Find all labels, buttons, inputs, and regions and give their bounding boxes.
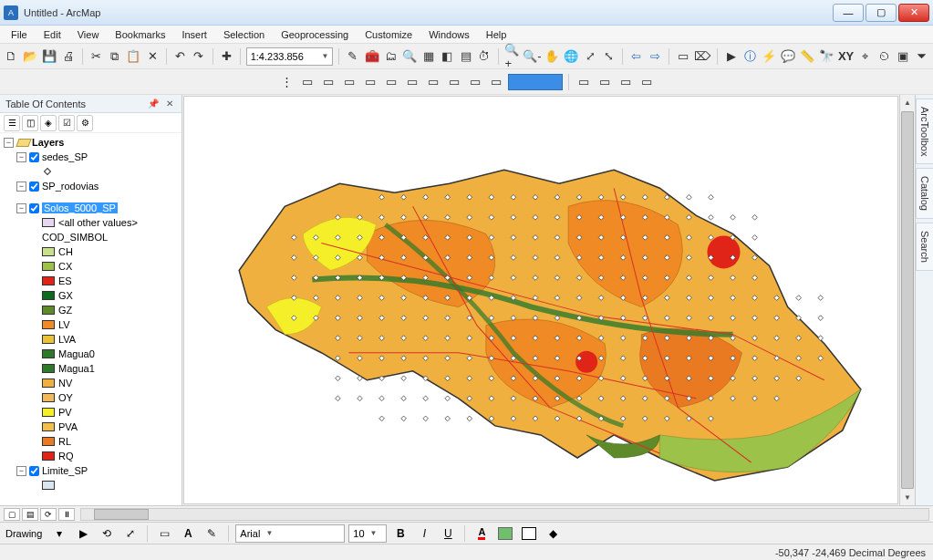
drawing-menu-icon[interactable]: ▾: [49, 524, 69, 543]
search-icon[interactable]: 🔍: [401, 47, 418, 66]
legend-class-row[interactable]: NV: [0, 376, 181, 390]
editor-btn-11-icon[interactable]: ▭: [575, 73, 593, 91]
options-icon[interactable]: ⚙: [77, 115, 93, 131]
menu-file[interactable]: File: [4, 27, 35, 42]
zoom-out-icon[interactable]: 🔍-: [523, 47, 541, 66]
menu-customize[interactable]: Customize: [358, 27, 420, 42]
legend-class-row[interactable]: PV: [0, 405, 181, 420]
editor-btn-10-icon[interactable]: ▭: [487, 73, 505, 91]
legend-class-row[interactable]: LV: [0, 317, 181, 332]
zoom-to-selected-icon[interactable]: ⤢: [120, 524, 140, 543]
marker-color-icon[interactable]: ◆: [543, 524, 563, 543]
editor-target-combo[interactable]: [508, 74, 563, 90]
fixed-zoom-in-icon[interactable]: ⤢: [582, 47, 597, 66]
menu-insert[interactable]: Insert: [174, 27, 214, 42]
editor-grip-icon[interactable]: ⋮: [277, 73, 295, 91]
menu-view[interactable]: View: [70, 27, 107, 42]
layout-view-tab[interactable]: ▤: [22, 508, 38, 521]
scroll-up-icon[interactable]: ▲: [900, 95, 915, 110]
time-slider-icon[interactable]: ⏱: [476, 47, 492, 66]
legend-class-row[interactable]: PVA: [0, 420, 181, 434]
font-combo[interactable]: Arial ▼: [235, 524, 345, 543]
vertical-scrollbar[interactable]: ▲ ▼: [899, 95, 915, 505]
open-icon[interactable]: 📂: [22, 47, 38, 66]
chevron-down-icon[interactable]: ⏷: [913, 47, 928, 66]
text-tool-icon[interactable]: A: [178, 524, 198, 543]
next-extent-icon[interactable]: ⇨: [648, 47, 663, 66]
clear-selection-icon[interactable]: ⌦: [693, 47, 711, 66]
menu-edit[interactable]: Edit: [36, 27, 68, 42]
toc-tree[interactable]: − Layers − sedes_SP − SP_rodovias: [0, 133, 181, 505]
tab-search[interactable]: Search: [916, 223, 933, 271]
edit-vertices-icon[interactable]: ✎: [202, 524, 222, 543]
cut-icon[interactable]: ✂: [88, 47, 104, 66]
all-other-values-row[interactable]: <all other values>: [0, 215, 181, 230]
font-color-icon[interactable]: A: [472, 524, 492, 543]
legend-class-row[interactable]: CH: [0, 244, 181, 259]
undo-icon[interactable]: ↶: [172, 47, 188, 66]
identify-icon[interactable]: ⓘ: [741, 47, 757, 66]
menu-help[interactable]: Help: [479, 27, 514, 42]
layer-limite-sp[interactable]: − Limite_SP: [0, 463, 181, 478]
legend-class-row[interactable]: CX: [0, 259, 181, 274]
select-elements-icon[interactable]: ▶: [723, 47, 739, 66]
layer-symbol-box[interactable]: [0, 478, 181, 493]
legend-class-row[interactable]: LVA: [0, 332, 181, 347]
full-extent-icon[interactable]: 🌐: [563, 47, 579, 66]
html-popup-icon[interactable]: 💬: [780, 47, 796, 66]
viewer-icon[interactable]: ▣: [895, 47, 910, 66]
legend-class-row[interactable]: Magua1: [0, 361, 181, 376]
maximize-button[interactable]: ▢: [866, 4, 897, 22]
italic-icon[interactable]: I: [414, 524, 434, 543]
font-size-combo[interactable]: 10 ▼: [348, 524, 387, 543]
copy-icon[interactable]: ⧉: [107, 47, 122, 66]
collapse-icon[interactable]: −: [16, 181, 26, 192]
legend-class-row[interactable]: OY: [0, 390, 181, 405]
layer-sp-rodovias[interactable]: − SP_rodovias: [0, 179, 181, 193]
refresh-icon[interactable]: ⟳: [40, 508, 57, 521]
close-button[interactable]: ✕: [898, 4, 929, 22]
pause-drawing-icon[interactable]: ⏸: [58, 508, 75, 521]
measure-icon[interactable]: 📏: [799, 47, 815, 66]
list-by-selection-icon[interactable]: ☑: [58, 115, 75, 131]
hscroll-thumb[interactable]: [94, 509, 149, 520]
new-doc-icon[interactable]: 🗋: [4, 47, 19, 66]
time-icon[interactable]: ⏲: [876, 47, 892, 66]
redo-icon[interactable]: ↷: [191, 47, 206, 66]
pin-icon[interactable]: 📌: [147, 98, 160, 110]
legend-class-row[interactable]: GZ: [0, 303, 181, 317]
prev-extent-icon[interactable]: ⇦: [628, 47, 644, 66]
pan-icon[interactable]: ✋: [544, 47, 560, 66]
print-icon[interactable]: 🖨: [60, 47, 76, 66]
python-icon[interactable]: ▦: [420, 47, 436, 66]
legend-class-row[interactable]: ES: [0, 274, 181, 288]
menu-geoprocessing[interactable]: Geoprocessing: [274, 27, 356, 42]
line-color-icon[interactable]: [519, 524, 539, 543]
find-icon[interactable]: 🔭: [818, 47, 835, 66]
list-by-visibility-icon[interactable]: ◈: [40, 115, 57, 131]
catalog-icon[interactable]: 🗂: [383, 47, 399, 66]
minimize-button[interactable]: —: [833, 4, 864, 22]
editor-btn-8-icon[interactable]: ▭: [445, 73, 463, 91]
rectangle-tool-icon[interactable]: ▭: [154, 524, 174, 543]
collapse-icon[interactable]: −: [16, 466, 26, 476]
editor-btn-14-icon[interactable]: ▭: [638, 73, 656, 91]
editor-btn-4-icon[interactable]: ▭: [361, 73, 379, 91]
layer-checkbox[interactable]: [29, 203, 39, 213]
menu-windows[interactable]: Windows: [421, 27, 477, 42]
editor-btn-5-icon[interactable]: ▭: [382, 73, 400, 91]
editor-btn-13-icon[interactable]: ▭: [617, 73, 635, 91]
underline-icon[interactable]: U: [438, 524, 458, 543]
add-data-icon[interactable]: ✚: [218, 47, 233, 66]
editor-btn-3-icon[interactable]: ▭: [340, 73, 358, 91]
editor-btn-1-icon[interactable]: ▭: [298, 73, 316, 91]
collapse-icon[interactable]: −: [16, 152, 26, 162]
scale-combo[interactable]: 1:4.233.856 ▼: [246, 47, 334, 66]
legend-class-row[interactable]: GX: [0, 288, 181, 303]
legend-class-row[interactable]: RQ: [0, 449, 181, 463]
fixed-zoom-out-icon[interactable]: ⤡: [601, 47, 617, 66]
editor-toolbar-icon[interactable]: ✎: [345, 47, 360, 66]
layer-solos-5000-sp[interactable]: − Solos_5000_SP: [0, 201, 181, 215]
layer-symbol-point[interactable]: [0, 164, 181, 179]
editor-btn-9-icon[interactable]: ▭: [466, 73, 484, 91]
